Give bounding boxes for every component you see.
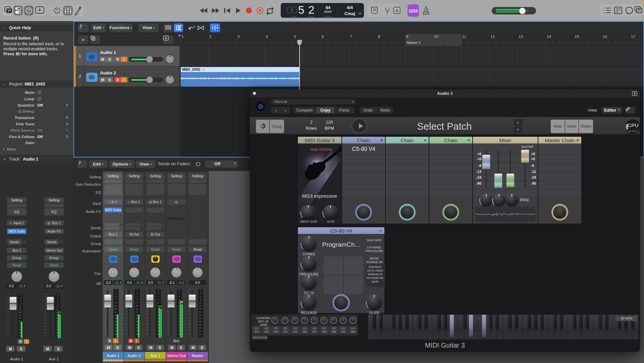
svg-text:S: S [395,9,398,13]
svg-text:JAM ORIGIN: JAM ORIGIN [310,147,332,152]
svg-text:1234: 1234 [409,9,418,13]
